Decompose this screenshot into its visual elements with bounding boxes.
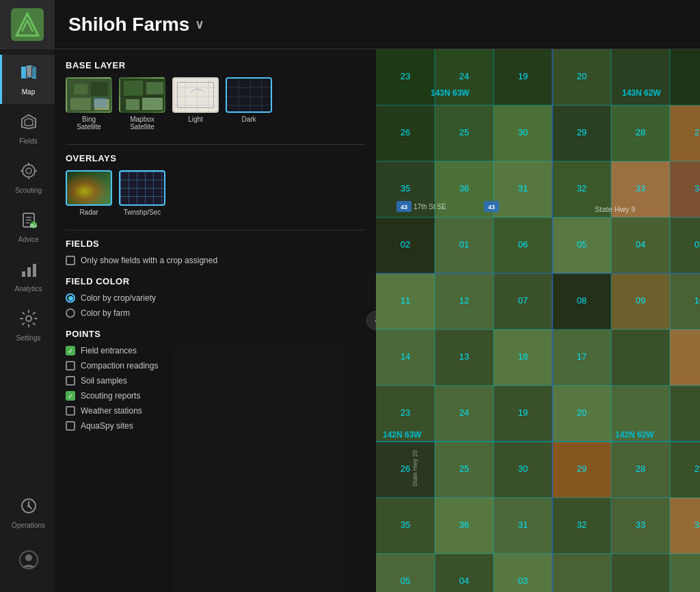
base-layer-light[interactable]: Light (172, 77, 219, 131)
svg-text:143N 63W: 143N 63W (431, 88, 470, 98)
svg-rect-93 (611, 329, 670, 386)
color-farm-radio[interactable] (66, 308, 75, 318)
aquaspy-checkbox[interactable] (66, 421, 75, 431)
bing-label: BingSatellite (77, 116, 101, 131)
field-entrances-checkbox[interactable]: ✓ (66, 346, 75, 355)
light-label: Light (188, 116, 203, 123)
color-farm-label: Color by farm (81, 308, 130, 318)
scouting-checkbox[interactable]: ✓ (66, 391, 75, 401)
farm-name[interactable]: Shiloh Farms (68, 14, 189, 36)
svg-rect-2 (27, 66, 31, 77)
point-field-entrances[interactable]: ✓ Field entrances (66, 346, 365, 355)
sidebar-item-map[interactable]: Map (0, 55, 55, 104)
svg-text:24: 24 (459, 71, 469, 81)
svg-text:18: 18 (518, 351, 528, 362)
svg-text:14: 14 (401, 351, 410, 362)
svg-text:23: 23 (401, 71, 410, 81)
svg-rect-119 (494, 554, 552, 592)
fields-title: FIELDS (66, 239, 365, 249)
scouting-icon (20, 162, 38, 184)
svg-text:05: 05 (401, 576, 410, 586)
sidebar-bottom: Operations (0, 488, 55, 592)
svg-text:State Hwy 20: State Hwy 20 (412, 450, 418, 487)
svg-rect-127 (670, 329, 700, 386)
svg-text:12: 12 (459, 295, 469, 306)
scouting-reports-label: Scouting reports (81, 391, 140, 401)
sidebar-item-label-advice: Advice (18, 236, 38, 243)
point-aquaspy[interactable]: AquaSpy sites (66, 421, 365, 431)
svg-text:27: 27 (695, 463, 700, 474)
crop-assigned-label: Only show fields with a crop assigned (81, 256, 217, 265)
radar-thumb (66, 170, 112, 206)
svg-text:34: 34 (695, 520, 700, 530)
color-crop-row[interactable]: Color by crop/variety (66, 293, 365, 303)
advice-icon: Rx (20, 211, 38, 233)
svg-text:25: 25 (459, 463, 469, 474)
base-layer-bing[interactable]: BingSatellite (66, 77, 112, 131)
app-logo[interactable] (0, 0, 55, 49)
settings-icon (20, 310, 38, 332)
point-soil[interactable]: Soil samples (66, 376, 365, 386)
compaction-checkbox[interactable] (66, 361, 75, 371)
point-weather[interactable]: Weather stations (66, 406, 365, 416)
svg-text:43: 43 (401, 204, 407, 211)
color-farm-row[interactable]: Color by farm (66, 308, 365, 318)
point-compaction[interactable]: Compaction readings (66, 361, 365, 371)
radar-label: Radar (79, 208, 98, 216)
svg-rect-1 (21, 67, 26, 78)
sidebar-item-operations[interactable]: Operations (0, 488, 55, 537)
svg-text:31: 31 (518, 183, 528, 193)
sidebar-item-settings[interactable]: Settings (0, 301, 55, 350)
chevron-left-icon: ‹ (375, 316, 376, 325)
svg-rect-37 (174, 79, 219, 113)
collapse-panel-button[interactable]: ‹ (366, 311, 376, 330)
farm-chevron-icon[interactable]: ∨ (195, 17, 204, 32)
field-color-section: FIELD COLOR Color by crop/variety Color … (66, 276, 365, 318)
dark-label: Dark (241, 116, 256, 123)
svg-rect-120 (552, 554, 611, 592)
soil-checkbox[interactable] (66, 376, 75, 386)
crop-assigned-row[interactable]: Only show fields with a crop assigned (66, 256, 365, 265)
sidebar-item-analytics[interactable]: Analytics (0, 252, 55, 301)
svg-text:32: 32 (577, 183, 587, 193)
sidebar-item-advice[interactable]: Rx Advice (0, 202, 55, 252)
base-layer-mapbox[interactable]: MapboxSatellite (119, 77, 165, 131)
svg-rect-30 (94, 99, 109, 110)
points-section: POINTS ✓ Field entrances Compaction read… (66, 329, 365, 431)
svg-rect-28 (91, 82, 108, 96)
map-view[interactable]: 23 24 19 20 26 25 30 29 28 27 35 36 31 3… (376, 49, 700, 592)
divider-1 (66, 144, 365, 145)
svg-rect-118 (435, 554, 494, 592)
sidebar-item-label-settings: Settings (16, 334, 40, 342)
point-scouting[interactable]: ✓ Scouting reports (66, 391, 365, 401)
sidebar-item-label-map: Map (22, 88, 35, 96)
svg-text:35: 35 (401, 520, 410, 530)
svg-text:32: 32 (577, 520, 587, 530)
svg-text:26: 26 (401, 463, 410, 474)
svg-text:142N 63W: 142N 63W (383, 430, 422, 440)
svg-text:36: 36 (459, 183, 469, 193)
svg-text:01: 01 (459, 239, 469, 250)
weather-checkbox[interactable] (66, 406, 75, 416)
color-crop-radio[interactable] (66, 293, 75, 303)
svg-text:43: 43 (488, 204, 495, 211)
compaction-label: Compaction readings (81, 361, 158, 371)
svg-rect-117 (376, 554, 435, 592)
sidebar-item-scouting[interactable]: Scouting (0, 153, 55, 202)
svg-text:36: 36 (459, 520, 469, 530)
svg-text:06: 06 (518, 239, 528, 250)
base-layer-dark[interactable]: Dark (226, 77, 272, 131)
overlay-twnshp[interactable]: Twnshp/Sec (119, 170, 165, 216)
sidebar-item-fields[interactable]: Fields (0, 104, 55, 153)
logo-icon (11, 8, 44, 41)
sidebar-item-profile[interactable] (0, 537, 55, 587)
svg-text:Rx: Rx (30, 223, 37, 229)
map-canvas: 23 24 19 20 26 25 30 29 28 27 35 36 31 3… (376, 49, 700, 592)
svg-rect-35 (142, 98, 163, 110)
crop-assigned-checkbox[interactable] (66, 256, 75, 265)
svg-text:33: 33 (636, 183, 645, 193)
header: Shiloh Farms ∨ (55, 0, 700, 49)
overlay-radar[interactable]: Radar (66, 170, 112, 216)
svg-text:28: 28 (636, 463, 645, 474)
svg-text:20: 20 (577, 407, 587, 418)
